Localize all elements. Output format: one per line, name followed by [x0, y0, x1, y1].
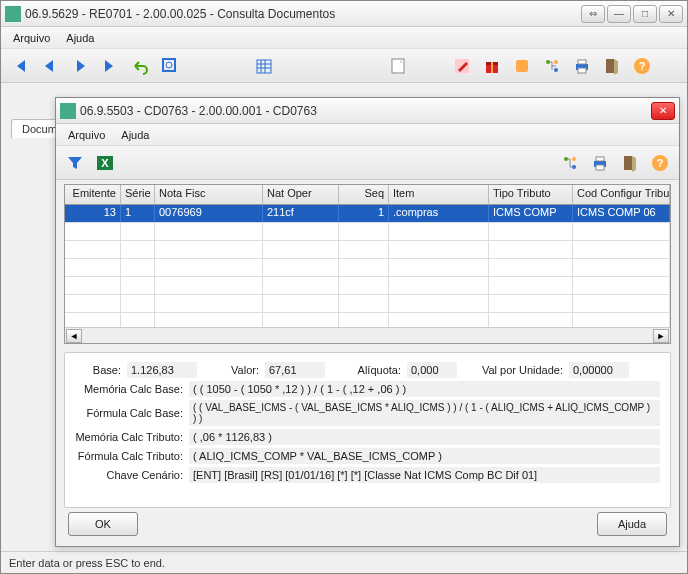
status-text: Enter data or press ESC to end. [9, 557, 165, 569]
dialog-icon [60, 103, 76, 119]
valor-label: Valor: [203, 364, 259, 376]
folder-icon[interactable] [509, 53, 535, 79]
print-icon[interactable] [569, 53, 595, 79]
help-icon[interactable]: ? [629, 53, 655, 79]
menu-arquivo[interactable]: Arquivo [5, 30, 58, 46]
svg-rect-19 [578, 68, 586, 73]
svg-point-2 [166, 62, 172, 68]
scroll-right-icon[interactable]: ► [653, 329, 669, 343]
svg-rect-8 [392, 59, 404, 73]
dialog-help-icon[interactable]: ? [647, 150, 673, 176]
svg-point-15 [554, 60, 558, 64]
filter-icon[interactable] [62, 150, 88, 176]
mem-base-value: ( ( 1050 - ( 1050 * ,12 ) ) / ( 1 - ( ,1… [189, 381, 660, 397]
menu-ajuda[interactable]: Ajuda [58, 30, 102, 46]
svg-rect-13 [516, 60, 528, 72]
mem-trib-label: Memória Calc Tributo: [75, 431, 183, 443]
close-btn[interactable]: ✕ [659, 5, 683, 23]
svg-rect-23 [60, 103, 76, 119]
dialog-menu-arquivo[interactable]: Arquivo [60, 127, 113, 143]
main-titlebar: 06.9.5629 - RE0701 - 2.00.00.025 - Consu… [1, 1, 687, 27]
tree-icon[interactable] [539, 53, 565, 79]
ok-button[interactable]: OK [68, 512, 138, 536]
gift-icon[interactable] [479, 53, 505, 79]
col-cod[interactable]: Cod Configur Tribu [573, 185, 670, 204]
main-title: 06.9.5629 - RE0701 - 2.00.00.025 - Consu… [25, 7, 581, 21]
col-seq[interactable]: Seq [339, 185, 389, 204]
doc-icon[interactable] [385, 53, 411, 79]
app-icon [5, 6, 21, 22]
dialog-menubar: Arquivo Ajuda [56, 124, 679, 146]
col-nat[interactable]: Nat Oper [263, 185, 339, 204]
prev-icon[interactable] [37, 53, 63, 79]
svg-point-27 [572, 157, 576, 161]
chave-label: Chave Cenário: [75, 469, 183, 481]
first-icon[interactable] [7, 53, 33, 79]
maximize-btn[interactable]: □ [633, 5, 657, 23]
dialog-close-btn[interactable]: ✕ [651, 102, 675, 120]
edit-icon[interactable] [449, 53, 475, 79]
main-menubar: Arquivo Ajuda [1, 27, 687, 49]
aliq-label: Alíquota: [331, 364, 401, 376]
main-toolbar: ? [1, 49, 687, 83]
dialog-title: 06.9.5503 - CD0763 - 2.00.00.001 - CD076… [80, 104, 651, 118]
form-trib-label: Fórmula Calc Tributo: [75, 450, 183, 462]
data-grid[interactable]: Emitente Série Nota Fisc Nat Oper Seq It… [64, 184, 671, 344]
base-value: 1.126,83 [127, 362, 197, 378]
svg-text:X: X [101, 157, 109, 169]
dialog-exit-icon[interactable] [617, 150, 643, 176]
calendar-icon[interactable] [251, 53, 277, 79]
svg-rect-0 [5, 6, 21, 22]
ajuda-button[interactable]: Ajuda [597, 512, 667, 536]
dialog-toolbar: X ? [56, 146, 679, 180]
valor-value: 67,61 [265, 362, 325, 378]
chave-value: [ENT] [Brasil] [RS] [01/01/16] [*] [*] [… [189, 467, 660, 483]
svg-text:?: ? [657, 157, 664, 169]
col-nota[interactable]: Nota Fisc [155, 185, 263, 204]
col-tipo[interactable]: Tipo Tributo [489, 185, 573, 204]
form-base-value: ( ( VAL_BASE_ICMS - ( VAL_BASE_ICMS * AL… [189, 400, 660, 426]
svg-rect-20 [606, 59, 614, 73]
restore-btn[interactable]: ⇔ [581, 5, 605, 23]
table-row[interactable]: 13 1 0076969 211cf 1 .compras ICMS COMP … [65, 205, 670, 223]
dialog-tree-icon[interactable] [557, 150, 583, 176]
valun-value: 0,00000 [569, 362, 629, 378]
svg-point-16 [554, 68, 558, 72]
mem-base-label: Memória Calc Base: [75, 383, 183, 395]
dialog-titlebar: 06.9.5503 - CD0763 - 2.00.00.001 - CD076… [56, 98, 679, 124]
mem-trib-value: ( ,06 * 1126,83 ) [189, 429, 660, 445]
svg-rect-3 [257, 60, 271, 73]
svg-rect-31 [596, 165, 604, 170]
base-label: Base: [75, 364, 121, 376]
form-trib-value: ( ALIQ_ICMS_COMP * VAL_BASE_ICMS_COMP ) [189, 448, 660, 464]
svg-text:?: ? [639, 60, 646, 72]
svg-rect-12 [491, 62, 493, 73]
next-icon[interactable] [67, 53, 93, 79]
col-emitente[interactable]: Emitente [65, 185, 121, 204]
dialog-window: 06.9.5503 - CD0763 - 2.00.00.001 - CD076… [55, 97, 680, 547]
status-bar: Enter data or press ESC to end. [1, 551, 687, 573]
search-icon[interactable] [157, 53, 183, 79]
svg-rect-30 [596, 157, 604, 161]
svg-rect-1 [163, 59, 175, 71]
minimize-btn[interactable]: — [607, 5, 631, 23]
svg-rect-32 [624, 156, 632, 170]
col-serie[interactable]: Série [121, 185, 155, 204]
form-base-label: Fórmula Calc Base: [75, 407, 183, 419]
last-icon[interactable] [97, 53, 123, 79]
h-scrollbar[interactable]: ◄ ► [65, 327, 670, 343]
scroll-left-icon[interactable]: ◄ [66, 329, 82, 343]
exit-icon[interactable] [599, 53, 625, 79]
dialog-print-icon[interactable] [587, 150, 613, 176]
undo-icon[interactable] [127, 53, 153, 79]
dialog-menu-ajuda[interactable]: Ajuda [113, 127, 157, 143]
valun-label: Val por Unidade: [463, 364, 563, 376]
col-item[interactable]: Item [389, 185, 489, 204]
aliq-value: 0,000 [407, 362, 457, 378]
svg-rect-18 [578, 60, 586, 64]
excel-icon[interactable]: X [92, 150, 118, 176]
